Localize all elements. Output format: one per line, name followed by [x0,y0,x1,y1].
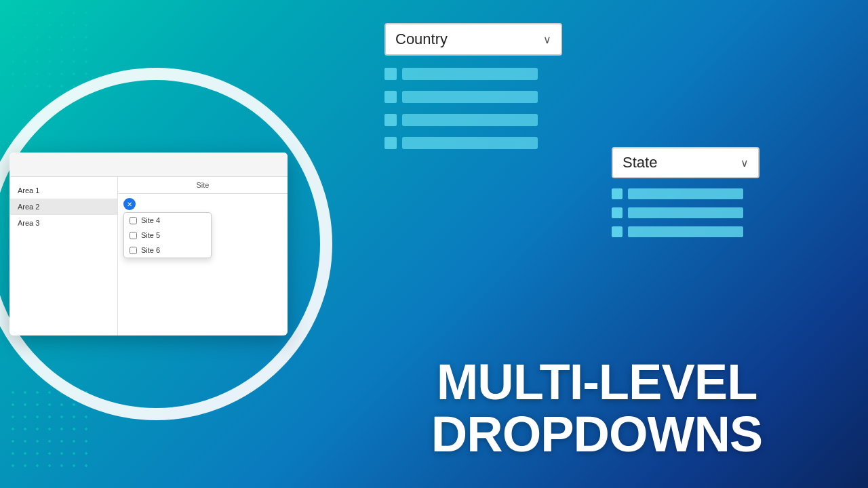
list-item[interactable]: Area 1 [9,182,117,199]
title-line2: DROPDOWNS [326,408,868,461]
preview-right-panel: Site ✕ Site 4 Site 5 Site 6 [118,177,288,336]
bar-row [384,91,538,103]
bar-square [384,91,397,103]
bar-rect [402,68,538,80]
dropdown-item[interactable]: Site 5 [124,228,211,243]
title-line1: MULTI-LEVEL [326,356,868,409]
dropdown-item-checkbox[interactable] [130,247,137,254]
bar-square [384,114,397,126]
bar-square [384,137,397,149]
country-dropdown[interactable]: Country ∨ [384,23,562,56]
site-column-header: Site [118,177,288,194]
bar-rect-sm [628,188,743,199]
tag-area: ✕ [118,194,288,214]
bar-row [612,188,743,199]
list-item[interactable]: Area 2 [9,199,117,215]
state-dropdown-label: State [623,154,657,171]
dropdown-item[interactable]: Site 4 [124,213,211,228]
state-bars [612,188,743,237]
bar-rect [402,114,538,126]
dropdown-item-label: Site 4 [141,216,160,224]
bar-row [612,207,743,218]
bar-rect-sm [628,207,743,218]
bar-square-sm [612,188,623,199]
dropdown-item[interactable]: Site 6 [124,243,211,258]
bar-rect-sm [628,226,743,237]
country-dropdown-label: Country [395,30,448,48]
bar-rect [402,91,538,103]
bar-row [384,68,538,80]
preview-content: Area 1 Area 2 Area 3 Site ✕ Site 4 Site … [9,177,288,336]
preview-left-panel: Area 1 Area 2 Area 3 [9,177,118,336]
tag-remove-button[interactable]: ✕ [123,198,136,210]
list-item[interactable]: Area 3 [9,215,117,231]
dropdown-item-checkbox[interactable] [130,217,137,224]
dropdown-item-label: Site 6 [141,246,160,254]
bar-square-sm [612,207,623,218]
main-title: MULTI-LEVEL DROPDOWNS [326,356,868,461]
tag-search-input[interactable] [138,198,282,210]
bar-square [384,68,397,80]
bar-row [384,137,538,149]
preview-card: Area 1 Area 2 Area 3 Site ✕ Site 4 Site … [9,152,288,336]
bar-square-sm [612,226,623,237]
country-bars [384,68,538,149]
dropdown-list: Site 4 Site 5 Site 6 [123,212,212,258]
bar-rect [402,137,538,149]
chevron-down-icon: ∨ [741,157,749,169]
preview-card-header [9,152,288,177]
state-dropdown[interactable]: State ∨ [612,147,760,178]
dots-decoration-topleft [7,7,88,88]
dropdown-item-checkbox[interactable] [130,232,137,239]
dropdown-item-label: Site 5 [141,231,160,239]
bar-row [612,226,743,237]
chevron-down-icon: ∨ [543,33,551,46]
bar-row [384,114,538,126]
